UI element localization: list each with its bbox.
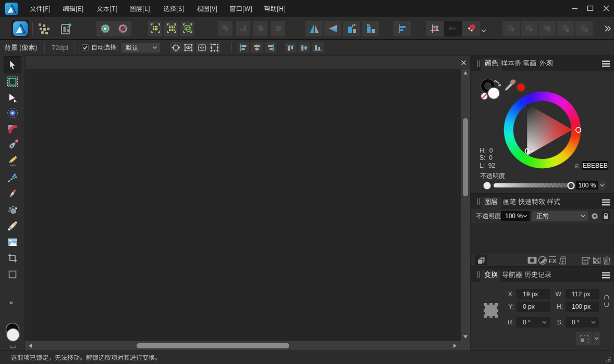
svg-text:FX: FX	[549, 258, 557, 264]
